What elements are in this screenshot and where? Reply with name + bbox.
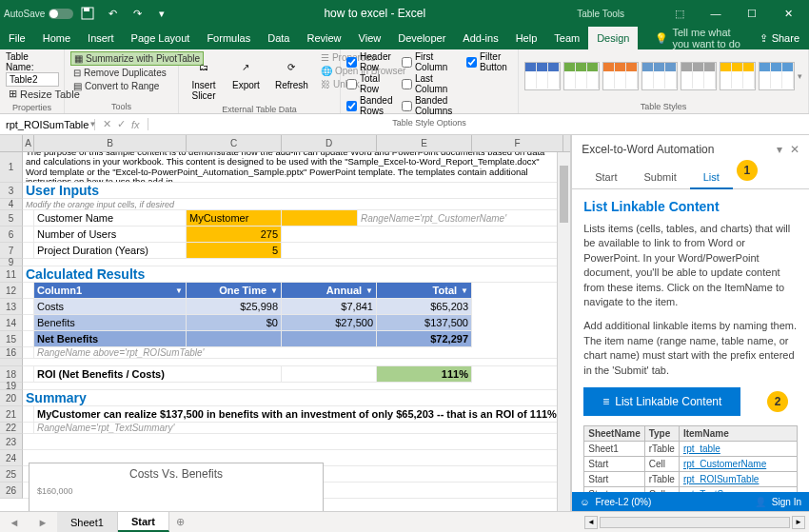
ribbon-display-icon[interactable]: ⬚ — [662, 3, 697, 24]
cancel-formula-icon[interactable]: ✕ — [103, 118, 111, 130]
section-heading[interactable]: Calculated Results — [23, 266, 563, 283]
scroll-right-icon[interactable]: ► — [792, 516, 805, 529]
banded-rows-checkbox[interactable]: Banded Rows — [346, 95, 398, 116]
save-icon[interactable] — [77, 3, 98, 24]
menu-data[interactable]: Data — [259, 27, 298, 49]
table-header[interactable]: One Time▼ — [187, 283, 282, 299]
style-thumb[interactable] — [602, 62, 639, 90]
redo-icon[interactable]: ↷ — [127, 3, 148, 24]
tell-me-search[interactable]: 💡 Tell me what you want to do — [638, 27, 749, 49]
filter-button-checkbox[interactable]: Filter Button — [466, 51, 512, 72]
style-thumb[interactable] — [759, 62, 795, 90]
table-styles-gallery[interactable]: ▾ — [524, 51, 802, 100]
tab-start[interactable]: Start — [582, 166, 630, 188]
row-header[interactable]: 9 — [0, 259, 23, 266]
table-name-input[interactable] — [6, 72, 59, 87]
style-thumb[interactable] — [641, 62, 678, 90]
style-thumb[interactable] — [524, 62, 561, 90]
menu-formulas[interactable]: Formulas — [198, 27, 259, 49]
cell[interactable]: Benefits — [34, 315, 187, 331]
cell[interactable]: RangeName='rpt_TextSummary' — [34, 423, 563, 434]
row-header[interactable]: 15 — [0, 331, 23, 347]
menu-design[interactable]: Design — [588, 27, 638, 49]
name-box[interactable]: rpt_ROISumTable▼ — [0, 119, 95, 130]
section-heading[interactable]: User Inputs — [23, 183, 563, 199]
item-link[interactable]: rpt_CustomerName — [683, 459, 766, 469]
style-thumb[interactable] — [563, 62, 600, 90]
row-header[interactable]: 26 — [0, 483, 23, 499]
cell[interactable]: $65,203 — [377, 299, 472, 315]
menu-file[interactable]: File — [0, 27, 34, 49]
style-thumb[interactable] — [720, 62, 756, 90]
menu-developer[interactable]: Developer — [389, 27, 454, 49]
cell[interactable]: Project Duration (Years) — [34, 243, 187, 259]
add-sheet-icon[interactable]: ⊕ — [169, 512, 192, 532]
sheet-nav-prev-icon[interactable]: ◄ — [0, 512, 29, 532]
row-header[interactable]: 19 — [0, 383, 23, 390]
cell[interactable]: RangeName above='rpt_ROISumTable' — [34, 347, 563, 359]
cell[interactable]: Costs — [34, 299, 187, 315]
cell[interactable]: $25,998 — [187, 299, 282, 315]
cell[interactable]: ROI (Net Benefits / Costs) — [34, 366, 282, 383]
cell[interactable]: The purpose of this sample content is to… — [23, 152, 563, 183]
row-header[interactable]: 4 — [0, 199, 23, 210]
row-header[interactable]: 21 — [0, 406, 23, 423]
banded-cols-checkbox[interactable]: Banded Columns — [402, 95, 463, 116]
tab-submit[interactable]: Submit — [630, 166, 689, 188]
cell[interactable]: RangeName='rpt_CustomerName' — [358, 210, 563, 227]
cell-input[interactable]: MyCustomer — [187, 210, 282, 227]
enter-formula-icon[interactable]: ✓ — [117, 118, 126, 130]
vertical-scrollbar[interactable] — [557, 152, 570, 511]
table-header[interactable]: Total▼ — [377, 283, 472, 299]
taskpane-close-icon[interactable]: ✕ — [790, 143, 799, 156]
item-link[interactable]: rpt_table — [683, 443, 720, 454]
menu-page-layout[interactable]: Page Layout — [123, 27, 199, 49]
cell[interactable] — [187, 331, 282, 347]
maximize-icon[interactable]: ☐ — [735, 3, 769, 24]
refresh-button[interactable]: ⟳Refresh — [269, 51, 314, 92]
cell-input[interactable]: 5 — [187, 243, 282, 259]
insert-slicer-button[interactable]: 🗂Insert Slicer — [185, 51, 223, 103]
total-row-checkbox[interactable]: Total Row — [346, 73, 398, 94]
row-header[interactable]: 6 — [0, 227, 23, 243]
cell[interactable]: Modify the orange input cells, if desire… — [23, 199, 563, 210]
minimize-icon[interactable]: — — [699, 3, 733, 24]
tab-list[interactable]: List — [690, 166, 733, 188]
fx-icon[interactable]: fx — [131, 119, 140, 130]
sheet-nav-next-icon[interactable]: ► — [29, 512, 57, 532]
item-link[interactable]: rpt_ROISumTable — [683, 474, 759, 484]
row-header[interactable]: 14 — [0, 315, 23, 331]
chart-costs-vs-benefits[interactable]: Costs Vs. Benefits $160,000 — [29, 463, 324, 511]
menu-addins[interactable]: Add-ins — [454, 27, 506, 49]
col-header[interactable]: E — [377, 135, 472, 151]
cell[interactable]: Customer Name — [34, 210, 187, 227]
row-header[interactable]: 16 — [0, 347, 23, 359]
row-header[interactable]: 25 — [0, 466, 23, 483]
col-header[interactable]: B — [34, 135, 187, 151]
style-thumb[interactable] — [681, 62, 717, 90]
horizontal-scrollbar[interactable] — [600, 517, 790, 528]
header-row-checkbox[interactable]: Header Row — [346, 51, 398, 72]
row-header[interactable]: 1 — [0, 152, 23, 183]
row-header[interactable]: 5 — [0, 210, 23, 227]
section-heading[interactable]: Summary — [23, 390, 563, 406]
table-header[interactable]: Column1▼ — [34, 283, 187, 299]
menu-team[interactable]: Team — [545, 27, 588, 49]
row-header[interactable]: 23 — [0, 434, 23, 450]
taskpane-menu-icon[interactable]: ▾ — [777, 143, 782, 156]
worksheet[interactable]: A B C D E F 1The purpose of this sample … — [0, 135, 571, 511]
sheet-tab[interactable]: Start — [118, 512, 169, 532]
menu-view[interactable]: View — [350, 27, 390, 49]
row-header[interactable]: 22 — [0, 423, 23, 434]
export-button[interactable]: ↗Export — [227, 51, 266, 92]
gallery-more-icon[interactable]: ▾ — [798, 71, 802, 81]
cell[interactable]: Net Benefits — [34, 331, 187, 347]
menu-help[interactable]: Help — [507, 27, 546, 49]
cell[interactable]: $72,297 — [377, 331, 472, 347]
list-linkable-button[interactable]: ≡List Linkable Content — [583, 387, 740, 416]
cell[interactable]: MyCustomer can realize $137,500 in benef… — [34, 406, 563, 423]
row-header[interactable]: 20 — [0, 390, 23, 406]
close-icon[interactable]: ✕ — [771, 3, 805, 24]
cell-input[interactable]: 275 — [187, 227, 282, 243]
cell[interactable]: $137,500 — [377, 315, 472, 331]
